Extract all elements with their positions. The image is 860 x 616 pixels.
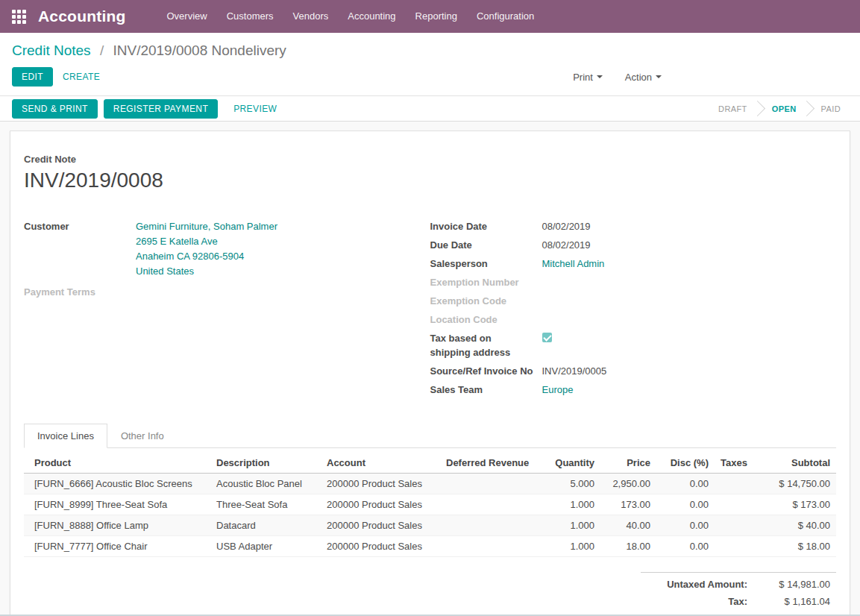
breadcrumb: Credit Notes / INV/2019/0008 Nondelivery (0, 33, 860, 63)
invoice-line-row[interactable]: [FURN_7777] Office Chair USB Adapter 200… (24, 536, 836, 557)
cell-product: [FURN_8888] Office Lamp (24, 515, 210, 536)
customer-country-link[interactable]: United States (136, 264, 277, 279)
menu-item-vendors[interactable]: Vendors (283, 0, 339, 33)
status-paid[interactable]: PAID (814, 104, 848, 113)
col-header-product[interactable]: Product (24, 453, 210, 474)
tab-other-info[interactable]: Other Info (107, 424, 178, 448)
cell-account: 200000 Product Sales (321, 515, 440, 536)
exemption-code-label: Exemption Code (430, 294, 542, 308)
menu-item-customers[interactable]: Customers (217, 0, 283, 33)
cell-price: 18.00 (600, 536, 656, 557)
tax-shipping-field: Tax based on shipping address (430, 331, 822, 359)
status-draft[interactable]: DRAFT (711, 104, 755, 113)
col-header-disc[interactable]: Disc (%) (656, 453, 715, 474)
col-header-deferred-revenue[interactable]: Deferred Revenue (440, 453, 530, 474)
apps-grid-icon[interactable] (12, 10, 26, 24)
menu-item-accounting[interactable]: Accounting (338, 0, 405, 33)
cell-price: 2,950.00 (600, 474, 656, 494)
cell-description: Acoustic Bloc Panel (210, 474, 321, 494)
content-area: Credit Note INV/2019/0008 Customer Gemin… (0, 122, 860, 616)
cell-deferred-revenue (440, 494, 530, 515)
fields-left-column: Customer Gemini Furniture, Soham Palmer … (24, 219, 430, 401)
register-payment-button[interactable]: REGISTER PAYMENT (104, 99, 218, 119)
location-code-label: Location Code (430, 312, 542, 327)
cell-taxes (715, 474, 761, 494)
cell-quantity: 1.000 (530, 494, 600, 515)
action-dropdown[interactable]: Action (625, 72, 662, 83)
payment-terms-field: Payment Terms (24, 285, 415, 299)
invoice-line-row[interactable]: [FURN_8999] Three-Seat Sofa Three-Seat S… (24, 494, 836, 515)
statusbar: SEND & PRINT REGISTER PAYMENT PREVIEW DR… (0, 95, 860, 122)
cell-subtotal: $ 18.00 (761, 536, 836, 557)
cell-disc: 0.00 (656, 536, 715, 557)
location-code-field: Location Code (430, 312, 822, 327)
chevron-right-icon (750, 101, 765, 116)
cell-price: 173.00 (600, 494, 656, 515)
sales-team-link[interactable]: Europe (542, 384, 574, 395)
col-header-subtotal[interactable]: Subtotal (761, 453, 836, 474)
cell-product: [FURN_8999] Three-Seat Sofa (24, 494, 210, 515)
print-dropdown[interactable]: Print (573, 72, 603, 83)
tab-invoice-lines[interactable]: Invoice Lines (24, 424, 107, 448)
breadcrumb-separator: / (100, 43, 104, 58)
credit-note-sheet: Credit Note INV/2019/0008 Customer Gemin… (10, 131, 850, 616)
menu-item-overview[interactable]: Overview (157, 0, 217, 33)
control-panel-right: Print Action (573, 72, 662, 83)
source-ref-value: INV/2019/0005 (542, 364, 607, 378)
cell-disc: 0.00 (656, 474, 715, 494)
cell-product: [FURN_7777] Office Chair (24, 536, 210, 557)
status-pipeline: DRAFT OPEN PAID (711, 103, 848, 114)
cell-subtotal: $ 40.00 (761, 515, 836, 536)
invoice-lines-table: Product Description Account Deferred Rev… (24, 453, 836, 557)
cell-description: Datacard (210, 515, 321, 536)
table-header-row: Product Description Account Deferred Rev… (24, 453, 836, 474)
cell-quantity: 5.000 (530, 474, 600, 494)
invoice-date-field: Invoice Date 08/02/2019 (430, 219, 822, 233)
col-header-taxes[interactable]: Taxes (715, 453, 761, 474)
print-dropdown-label: Print (573, 72, 593, 83)
top-navbar: Accounting Overview Customers Vendors Ac… (0, 0, 860, 33)
caret-down-icon (656, 75, 662, 78)
col-header-quantity[interactable]: Quantity (530, 453, 600, 474)
invoice-line-row[interactable]: [FURN_8888] Office Lamp Datacard 200000 … (24, 515, 836, 536)
due-date-field: Due Date 08/02/2019 (430, 238, 822, 252)
sales-team-field: Sales Team Europe (430, 383, 822, 397)
invoice-line-row[interactable]: [FURN_6666] Acoustic Bloc Screens Acoust… (24, 474, 836, 494)
invoice-date-value: 08/02/2019 (542, 219, 591, 233)
menu-item-reporting[interactable]: Reporting (406, 0, 467, 33)
tax-value: $ 1,161.04 (759, 596, 830, 607)
cell-subtotal: $ 14,750.00 (761, 474, 836, 494)
preview-button[interactable]: PREVIEW (224, 99, 286, 119)
customer-street-link[interactable]: 2695 E Katella Ave (136, 234, 277, 249)
salesperson-link[interactable]: Mitchell Admin (542, 258, 605, 269)
status-open[interactable]: OPEN (765, 104, 804, 113)
cell-disc: 0.00 (656, 515, 715, 536)
due-date-label: Due Date (430, 238, 542, 252)
breadcrumb-current: INV/2019/0008 Nondelivery (113, 43, 286, 58)
document-type-label: Credit Note (24, 154, 836, 165)
cell-product: [FURN_6666] Acoustic Bloc Screens (24, 474, 210, 494)
cell-deferred-revenue (440, 515, 530, 536)
invoice-date-label: Invoice Date (430, 219, 542, 233)
tax-shipping-checkbox (542, 333, 552, 342)
breadcrumb-credit-notes[interactable]: Credit Notes (12, 43, 91, 58)
control-panel: EDIT CREATE Print Action (0, 63, 860, 95)
customer-city-link[interactable]: Anaheim CA 92806-5904 (136, 249, 277, 264)
due-date-value: 08/02/2019 (542, 238, 591, 252)
col-header-price[interactable]: Price (600, 453, 656, 474)
tax-row: Tax: $ 1,161.04 (641, 593, 836, 610)
send-print-button[interactable]: SEND & PRINT (12, 99, 98, 119)
exemption-code-field: Exemption Code (430, 294, 822, 308)
document-number: INV/2019/0008 (24, 169, 836, 192)
edit-button[interactable]: EDIT (12, 67, 53, 87)
cell-quantity: 1.000 (530, 515, 600, 536)
exemption-number-field: Exemption Number (430, 275, 822, 289)
menu-item-configuration[interactable]: Configuration (467, 0, 544, 33)
col-header-account[interactable]: Account (321, 453, 440, 474)
customer-name-link[interactable]: Gemini Furniture, Soham Palmer (136, 219, 277, 234)
sales-team-label: Sales Team (430, 383, 542, 397)
exemption-number-label: Exemption Number (430, 275, 542, 289)
create-button[interactable]: CREATE (53, 67, 110, 87)
col-header-description[interactable]: Description (210, 453, 321, 474)
cell-account: 200000 Product Sales (321, 474, 440, 494)
